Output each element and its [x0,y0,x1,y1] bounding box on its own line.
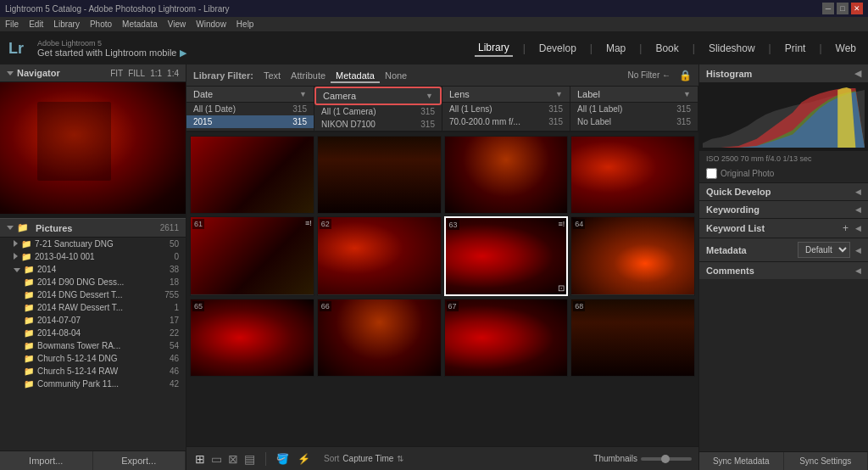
maximize-button[interactable]: □ [837,3,849,14]
survey-view-icon[interactable]: ▤ [242,450,257,467]
grid-cell-inner-3 [571,137,694,213]
metadata-col-header-1[interactable]: Camera▼ [314,87,442,105]
folder-name-text-7: 2014-08-04 [37,328,81,338]
photo-grid-area[interactable]: 61≡!6263≡!⊡6465666768 [186,132,698,446]
nav-item-develop[interactable]: Develop [536,41,580,56]
grid-view-icon[interactable]: ⊞ [193,450,207,467]
fit-control[interactable]: FIT [110,69,123,78]
folder-item-9[interactable]: 📁Church 5-12-14 DNG46 [0,352,186,365]
filter-tab-none[interactable]: None [380,70,412,81]
menu-item-metadata[interactable]: Metadata [122,20,158,29]
grid-cell-3[interactable] [570,136,695,214]
folder-item-6[interactable]: 📁2014-07-0717 [0,314,186,327]
folder-item-5[interactable]: 📁2014 RAW Dessert T...1 [0,301,186,314]
menu-item-window[interactable]: Window [196,20,226,29]
grid-cell-2[interactable] [444,136,569,214]
grid-cell-4[interactable]: 61≡! [190,216,314,295]
metadata-item-1-1[interactable]: NIKON D7100315 [314,118,442,131]
sort-arrows-icon[interactable]: ⇅ [397,454,403,463]
grid-cell-inner-11: 68 [571,299,694,376]
metadata-section-header[interactable]: Metadata Default ◀ [699,238,868,261]
1x-control[interactable]: 1:1 [150,69,162,78]
nav-item-book[interactable]: Book [652,41,682,56]
metadata-item-2-1[interactable]: 70.0-200.0 mm f/...315 [442,115,570,128]
navigator-controls: FIT FILL 1:1 1:4 [110,69,179,78]
metadata-col-header-2[interactable]: Lens▼ [442,87,570,103]
metadata-item-0-1[interactable]: 2015315 [186,115,314,128]
metadata-col-header-3[interactable]: Label▼ [570,87,698,103]
menu-item-photo[interactable]: Photo [90,20,112,29]
metadata-item-2-0[interactable]: All (1 Lens)315 [442,103,570,115]
keyword-add-icon[interactable]: + [843,222,849,234]
export-button[interactable]: Export... [93,451,186,470]
filter-tab-text[interactable]: Text [259,70,286,81]
grid-cell-9[interactable]: 66 [317,299,442,377]
grid-cell-8[interactable]: 65 [190,299,314,377]
folders-panel-header[interactable]: 📁 Pictures 2611 [0,218,186,238]
filter-tab-metadata[interactable]: Metadata [331,70,380,83]
painter-icon[interactable]: ⚡ [296,451,312,467]
folder-item-0[interactable]: 📁7-21 Sanctuary DNG50 [0,238,186,250]
grid-cell-6[interactable]: 63≡!⊡ [444,216,569,295]
nav-item-library[interactable]: Library [475,40,513,57]
metadata-item-3-0[interactable]: All (1 Label)315 [570,103,698,115]
grid-cell-7[interactable]: 64 [570,216,695,295]
original-photo-checkbox[interactable] [706,168,717,179]
grid-cell-1[interactable] [317,136,442,214]
sort-value[interactable]: Capture Time [342,454,393,463]
keywording-arrow: ◀ [855,205,861,214]
metadata-item-1-0[interactable]: All (1 Camera)315 [314,105,442,118]
no-filter[interactable]: No Filter ← [627,70,670,80]
sync-settings-button[interactable]: Sync Settings [784,452,869,470]
menu-item-library[interactable]: Library [53,20,80,29]
folder-item-2[interactable]: 📁201438 [0,263,186,276]
minimize-button[interactable]: ─ [822,3,834,14]
grid-cell-11[interactable]: 68 [570,299,695,377]
thumbnail-size-slider[interactable] [641,457,692,461]
spray-can-icon[interactable]: 🪣 [275,451,291,467]
nav-item-slideshow[interactable]: Slideshow [705,41,759,56]
menu-item-view[interactable]: View [168,20,186,29]
quick-develop-header[interactable]: Quick Develop ◀ [699,183,868,200]
slider-handle[interactable] [661,455,670,463]
metadata-preset-select[interactable]: Default [798,242,850,258]
grid-cell-5[interactable]: 62 [317,216,442,295]
nav-item-map[interactable]: Map [603,41,629,56]
folder-name-text-6: 2014-07-07 [37,316,81,325]
folder-item-10[interactable]: 📁Church 5-12-14 RAW46 [0,365,186,378]
navigator-panel-header[interactable]: Navigator FIT FILL 1:1 1:4 [0,64,186,82]
comments-header[interactable]: Comments ◀ [699,262,868,279]
metadata-item-3-1[interactable]: No Label315 [570,115,698,128]
folder-item-4[interactable]: 📁2014 DNG Dessert T...755 [0,288,186,301]
loupe-view-icon[interactable]: ▭ [209,450,224,467]
folder-item-3[interactable]: 📁2014 D90 DNG Dess...18 [0,276,186,288]
metadata-col-header-0[interactable]: Date▼ [186,87,314,103]
nav-item-web[interactable]: Web [832,41,860,56]
window-controls: ─ □ ✕ [822,3,863,14]
nav-separator: | [523,42,526,54]
menu-item-file[interactable]: File [5,20,19,29]
import-button[interactable]: Import... [0,451,93,470]
compare-view-icon[interactable]: ⊠ [226,450,240,467]
crop-icon-6: ⊡ [558,283,565,293]
fill-control[interactable]: FILL [128,69,145,78]
metadata-item-label: All (1 Label) [577,104,622,114]
keywording-header[interactable]: Keywording ◀ [699,201,868,218]
keyword-list-header[interactable]: Keyword List + ◀ [699,219,868,238]
folder-item-8[interactable]: 📁Bowmans Tower RA...54 [0,339,186,352]
folder-item-1[interactable]: 📁2013-04-10 0010 [0,250,186,263]
metadata-item-0-0[interactable]: All (1 Date)315 [186,103,314,115]
filter-lock-icon[interactable]: 🔒 [679,70,692,81]
folder-count-0: 50 [170,239,179,249]
close-button[interactable]: ✕ [851,3,863,14]
4x-control[interactable]: 1:4 [167,69,179,78]
sync-metadata-button[interactable]: Sync Metadata [699,452,784,470]
filter-tab-attribute[interactable]: Attribute [286,70,331,81]
grid-cell-10[interactable]: 67 [444,299,569,377]
grid-cell-0[interactable] [190,136,314,214]
menu-item-help[interactable]: Help [236,20,254,29]
folder-item-11[interactable]: 📁Community Park 11...42 [0,378,186,390]
folder-item-7[interactable]: 📁2014-08-0422 [0,327,186,339]
nav-item-print[interactable]: Print [782,41,810,56]
menu-item-edit[interactable]: Edit [29,20,43,29]
